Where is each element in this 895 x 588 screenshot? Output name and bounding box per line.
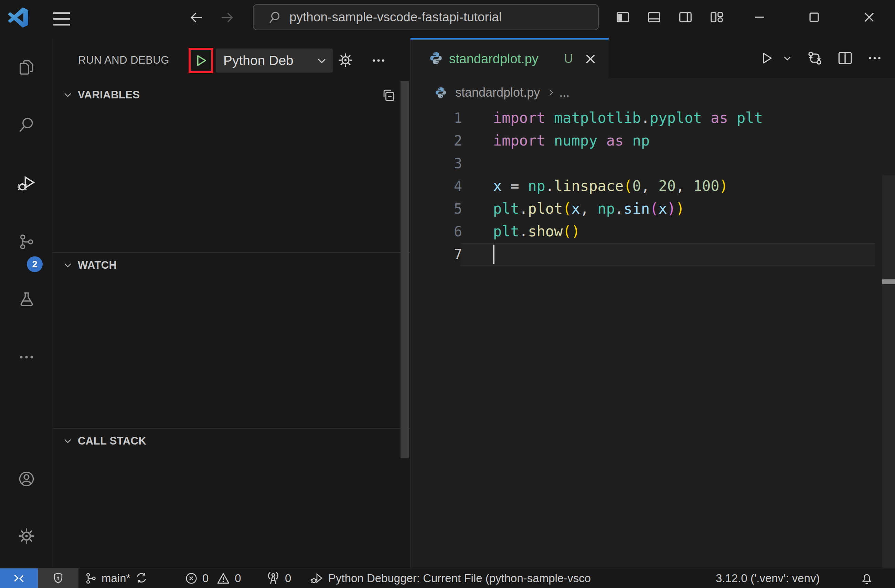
section-watch[interactable]: WATCH (53, 252, 410, 278)
section-call-stack[interactable]: CALL STACK (53, 428, 410, 453)
debugger-status-item[interactable]: Python Debugger: Current File (python-sa… (310, 568, 664, 588)
code-token: ( (563, 200, 571, 217)
tab-modified-indicator: U (564, 39, 573, 78)
code-token: , (641, 177, 658, 194)
code-token: x (658, 200, 667, 217)
code-token: ( (563, 223, 571, 240)
code-token: 100 (693, 177, 719, 194)
code-line[interactable]: 6plt.show() (411, 220, 895, 243)
editor-actions (758, 38, 883, 78)
code-token: as (711, 109, 728, 126)
python-icon (435, 86, 447, 99)
menu-icon[interactable] (52, 11, 71, 26)
problems-item[interactable]: 0 0 (184, 568, 241, 588)
python-version-item[interactable]: 3.12.0 ('.venv': venv) (716, 568, 820, 588)
code-token: ( (650, 200, 658, 217)
bug-play-icon (310, 571, 324, 586)
code-token: = (502, 177, 528, 194)
account-button[interactable] (0, 460, 53, 498)
code-token: 0 (633, 177, 641, 194)
remote-indicator[interactable] (0, 568, 38, 588)
compare-changes-icon[interactable] (806, 50, 824, 67)
ports-item[interactable]: 0 (265, 568, 291, 588)
beaker-icon (18, 291, 35, 309)
sidebar-item-search[interactable] (0, 106, 53, 144)
run-python-file-button[interactable] (758, 50, 775, 67)
layout-panel-icon[interactable] (646, 9, 662, 25)
chevron-down-icon (63, 260, 73, 270)
code-line[interactable]: 2import numpy as np (411, 129, 895, 152)
start-debugging-button[interactable] (192, 51, 210, 70)
code-line[interactable]: 7 (411, 243, 895, 265)
code-token: show (528, 223, 563, 240)
sidebar-header: RUN AND DEBUG Python Deb (53, 38, 410, 83)
arrow-left-icon[interactable] (189, 10, 204, 25)
settings-button[interactable]: BR (0, 517, 53, 555)
customize-layout-icon[interactable] (709, 9, 725, 25)
sidebar-scrollbar[interactable] (400, 81, 409, 458)
warning-icon (216, 571, 231, 586)
ellipsis-icon (18, 348, 35, 366)
search-icon (18, 116, 35, 134)
code-line[interactable]: 4x = np.linspace(0, 20, 100) (411, 175, 895, 197)
section-variables[interactable]: VARIABLES (53, 83, 410, 108)
minimize-icon[interactable] (752, 10, 767, 25)
workspace-trust-item[interactable] (38, 568, 79, 588)
tab-close-icon[interactable] (583, 51, 598, 67)
sidebar-item-run-debug[interactable] (0, 164, 53, 202)
code-token: . (641, 109, 650, 126)
line-number: 7 (411, 243, 462, 265)
search-input[interactable]: python-sample-vscode-fastapi-tutorial (253, 4, 599, 30)
editor-scrollbar[interactable] (882, 176, 895, 588)
run-and-debug-sidebar: RUN AND DEBUG Python Deb (53, 38, 410, 568)
layout-secondary-sidebar-icon[interactable] (678, 9, 693, 25)
breadcrumb-file[interactable]: standardplot.py (455, 85, 540, 100)
python-icon (429, 51, 443, 65)
close-icon[interactable] (862, 10, 877, 25)
code-line[interactable]: 3 (411, 152, 895, 175)
code-token: plt (493, 200, 519, 217)
code-token: np (528, 177, 545, 194)
tab-standardplot[interactable]: standardplot.py U (411, 38, 609, 78)
code-token (545, 132, 554, 149)
code-line[interactable]: 1import matplotlib.pyplot as plt (411, 107, 895, 129)
debugger-label: Python Debugger: Current File (python-sa… (328, 572, 591, 585)
sidebar-item-testing[interactable] (0, 281, 53, 318)
branch-icon (84, 572, 97, 585)
code-token: . (545, 177, 554, 194)
more-views-button[interactable] (0, 338, 53, 376)
notifications-bell-button[interactable] (860, 568, 874, 588)
remote-icon (12, 571, 26, 585)
split-editor-icon[interactable] (836, 50, 854, 67)
activity-bar: 2 (0, 38, 53, 568)
debug-icon (17, 174, 36, 193)
collapse-all-icon[interactable] (381, 87, 396, 103)
chevron-down-icon (63, 436, 73, 446)
code-editor[interactable]: 1import matplotlib.pyplot as plt2import … (411, 107, 895, 568)
layout-sidebar-icon[interactable] (615, 9, 631, 25)
breadcrumb-symbol[interactable]: ... (559, 85, 569, 100)
branch-item[interactable]: main* (84, 568, 148, 588)
code-token: plot (528, 200, 563, 217)
code-token (702, 109, 711, 126)
run-dropdown-chevron-icon[interactable] (781, 52, 793, 64)
editor-more-actions-icon[interactable] (867, 50, 883, 66)
tab-label: standardplot.py (449, 39, 539, 78)
line-number: 5 (411, 197, 462, 220)
debug-settings-button[interactable] (337, 52, 354, 68)
code-token: . (519, 223, 528, 240)
sync-icon (135, 571, 148, 585)
chevron-down-icon (63, 90, 73, 100)
overview-ruler-cursor-marker (882, 279, 895, 284)
code-line[interactable]: 5plt.plot(x, np.sin(x)) (411, 197, 895, 220)
branch-label: main* (102, 572, 130, 585)
code-token: , (676, 177, 693, 194)
error-icon (184, 571, 198, 585)
code-token: ) (719, 177, 728, 194)
maximize-icon[interactable] (807, 10, 822, 25)
debug-config-dropdown[interactable]: Python Deb (216, 48, 333, 73)
sidebar-item-explorer[interactable] (0, 48, 53, 86)
sidebar-item-source-control[interactable]: 2 (0, 223, 53, 261)
views-more-actions-button[interactable] (370, 53, 387, 68)
arrow-right-icon[interactable] (220, 10, 235, 25)
